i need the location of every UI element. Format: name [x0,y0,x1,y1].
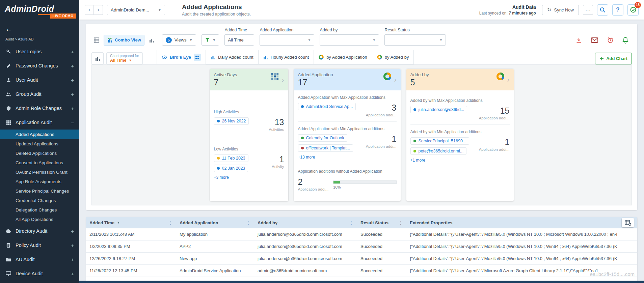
sidebar-item-policy-audit[interactable]: Policy Audit + [0,238,79,252]
tab-by-added-by[interactable]: by Added by [372,50,414,64]
column-header-added-by[interactable]: Added by ⋮ [254,217,357,228]
added-by-card-header[interactable]: Added by 5 › [406,69,514,90]
chart-prepared-for-dropdown[interactable]: Chart prepared for All Time ▼ [106,52,143,64]
column-menu-icon[interactable]: ⋮ [396,220,403,225]
tenant-selector[interactable]: AdminDroid Dem... ▼ [107,5,165,15]
add-chart-button[interactable]: Add Chart [595,53,632,64]
expand-icon[interactable]: + [71,49,74,55]
column-menu-icon[interactable]: ⋮ [346,220,354,225]
sidebar-subitem[interactable]: Service Principal Changes [0,186,79,196]
table-row[interactable]: 2/11/2023 10:15:48 AM My application jul… [86,228,637,240]
section-value: 3 [366,103,397,113]
sidebar-item-au-audit[interactable]: AU Audit + [0,252,79,266]
sidebar-subitem[interactable]: Credential Changes [0,196,79,205]
sidebar-item-directory-audit[interactable]: Directory Audit + [0,224,79,238]
more-link[interactable]: +13 more [298,155,397,160]
back-arrow-icon[interactable]: ← [5,25,12,33]
expand-icon[interactable]: + [71,106,74,111]
tab-daily-added-count[interactable]: Daily Added count [206,50,259,64]
column-label: Result Status [360,220,388,225]
card-item-chip[interactable]: AdminDroid Service Ap... [298,103,356,110]
notifications-button[interactable]: 18 [627,4,639,16]
sidebar-item-password-changes[interactable]: Password Changes + [0,59,79,73]
email-report-button[interactable] [591,37,598,43]
history-forward-button[interactable]: › [94,5,103,15]
sidebar-item-group-audit[interactable]: Group Audit + [0,87,79,101]
card-item-chip[interactable]: officeatwork | Templat... [298,144,353,152]
more-link[interactable]: +1 more [410,158,510,163]
column-header-added-time[interactable]: Added Time ▼ ⋮ [86,217,176,228]
column-header-extended-properties[interactable]: Extended Properties [406,217,637,228]
added-application-card-header[interactable]: Added Application 17 › [294,69,401,90]
filter-button[interactable]: ▼ [202,34,219,46]
bar-chart-icon [149,37,154,43]
card-item-chip[interactable]: ServicePrincipal_51690... [410,137,469,145]
sidebar-item-admin-role-changes[interactable]: Admin Role Changes + [0,101,79,115]
cell-added-time: 1/2/2023 9:09:35 PM [86,244,176,249]
sidebar-subitem[interactable]: All App Operations [0,215,79,224]
card-item-chip[interactable]: 02 Jan 2023 [214,165,248,172]
result-status-filter-select[interactable]: ▼ [384,34,446,46]
chart-type-selector-icon[interactable] [194,54,201,61]
more-options-button[interactable]: ⋯ [583,5,593,15]
sidebar-subitem[interactable]: Consent to Applications [0,158,79,167]
sidebar-item-user-logins[interactable]: User Logins + [0,45,79,59]
sidebar-subitem[interactable]: Deleted Applications [0,148,79,158]
sidebar-item-user-audit[interactable]: User Audit + [0,73,79,87]
sync-now-button[interactable]: ↻ Sync Now [542,5,579,15]
chart-view-button[interactable] [146,35,157,45]
sidebar-subitem[interactable]: Updated Applications [0,139,79,148]
tab-birds-eye[interactable]: Bird's Eye [157,50,206,64]
grid-view-button[interactable] [91,35,102,45]
more-link[interactable]: +3 more [214,175,284,180]
added-application-filter-select[interactable]: ▼ [260,34,314,46]
tab-by-added-application[interactable]: by Added Application [314,50,372,64]
chart-settings-button[interactable] [91,52,104,64]
sidebar-subitem[interactable]: Added Applications [0,130,79,139]
active-days-card-header[interactable]: Active Days 7 › [210,69,288,90]
expand-icon[interactable]: + [71,228,74,234]
schedule-button[interactable] [607,37,614,44]
export-download-button[interactable] [575,37,582,44]
added-time-filter-value[interactable]: All Time [224,34,254,46]
sidebar-item-application-audit[interactable]: Application Audit − [0,115,79,130]
card-item-chip[interactable]: 11 Feb 2023 [214,154,248,162]
column-chooser-button[interactable] [622,218,634,227]
sort-desc-icon[interactable]: ▼ [117,221,120,224]
tab-hourly-added-count[interactable]: Hourly Added count [258,50,314,64]
column-header-added-application[interactable]: Added Application ⋮ [176,217,254,228]
sidebar-item-device-audit[interactable]: Device Audit + [0,266,79,281]
expand-icon[interactable]: + [71,77,74,83]
table-row[interactable]: 1/2/2023 9:09:35 PM APP2 julia.anderson@… [86,240,637,253]
column-menu-icon[interactable]: ⋮ [165,220,173,225]
sidebar-subitem[interactable]: App Role Assignments [0,177,79,186]
collapse-icon[interactable]: − [71,120,74,125]
sidebar-subitem[interactable]: Delegation Changes [0,205,79,215]
chevron-right-icon[interactable]: › [282,76,284,84]
search-button[interactable] [597,4,608,16]
combo-view-button[interactable]: Combo View [104,35,144,46]
table-row[interactable]: 11/26/2022 12:13:45 PM AdminDroid Servic… [86,265,637,277]
card-item-chip[interactable]: Calendly for Outlook [298,134,347,142]
expand-icon[interactable]: + [71,91,74,97]
expand-icon[interactable]: + [71,257,74,262]
horizontal-scrollbar[interactable] [79,281,644,283]
alert-bell-button[interactable] [622,37,628,44]
help-button[interactable]: ? [612,4,623,16]
column-menu-icon[interactable]: ⋮ [243,220,251,225]
added-by-filter-select[interactable]: ▼ [320,34,379,46]
sidebar-item-label: Admin Role Changes [16,106,62,111]
expand-icon[interactable]: + [71,243,74,248]
table-row[interactable]: 12/26/2022 6:18:27 PM New app julia.ande… [86,253,637,265]
expand-icon[interactable]: + [71,271,74,277]
card-item-chip[interactable]: pete@o365droid.onmi... [410,147,467,155]
sidebar-subitem[interactable]: OAuth2 Permission Grant [0,167,79,177]
views-dropdown[interactable]: 5 Views ▼ [162,34,196,46]
card-item-chip[interactable]: 26 Nov 2022 [214,117,249,125]
chevron-right-icon[interactable]: › [507,76,510,84]
column-header-result-status[interactable]: Result Status ⋮ [357,217,406,228]
card-item-chip[interactable]: julia.anderson@o365d... [410,106,467,113]
chevron-right-icon[interactable]: › [394,76,397,84]
expand-icon[interactable]: + [71,63,74,69]
history-back-button[interactable]: ‹ [85,5,94,15]
